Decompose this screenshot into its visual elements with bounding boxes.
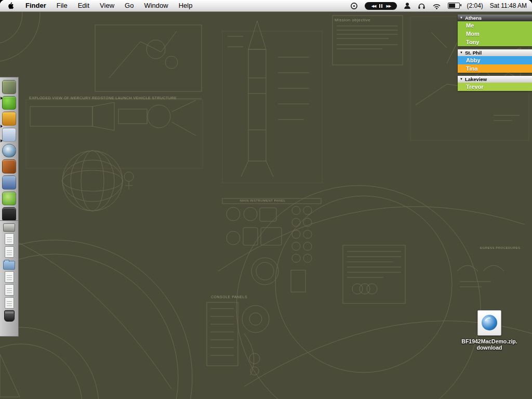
buddy-name: Tina [466,65,477,72]
menu-file[interactable]: File [51,0,73,11]
menu-window[interactable]: Window [139,0,173,11]
buddy-row-tony[interactable]: Tony [458,38,532,46]
dock-doc-icon[interactable] [5,284,14,296]
download-filename-line1: BF1942MacDemo.zip. [448,338,531,344]
wallpaper-label-exploded-view: EXPLODED VIEW OF MERCURY REDSTONE LAUNCH… [29,96,177,100]
pause-icon[interactable] [379,4,382,8]
buddy-row-tina[interactable]: Tina [458,64,532,73]
battery-time[interactable]: (2:04) [467,2,483,9]
wallpaper-label-egress: EGRESS PROCEDURES [480,246,521,249]
menu-help[interactable]: Help [174,0,198,11]
wallpaper-label-console-panels: CONSOLE PANELS [211,295,247,299]
menu-bar-status-items: ◀◀ ▶▶ (2:04) Sat 11:48 AM [350,0,532,11]
buddy-group-header-st-phil[interactable]: ▼ St. Phil [458,49,532,56]
download-badge-icon [482,315,497,330]
dock-app-icon-6[interactable] [2,159,16,174]
buddy-group-name: St. Phil [465,50,482,56]
screen-corner-right [527,0,532,5]
buddy-list-window: ▼ Athens Me Mom Tony ▼ St. Phil Abby Tin… [458,15,532,94]
dock-app-icon-3[interactable] [2,112,16,126]
buddy-row-trevor[interactable]: Trevor [458,83,532,91]
buddy-name: Me [466,22,474,29]
rewind-icon[interactable]: ◀◀ [371,2,376,10]
buddy-row-me[interactable]: Me [458,21,532,30]
buddy-name: Abby [466,57,481,63]
disclosure-triangle-icon: ▼ [460,49,463,56]
dock-documents-strip [0,220,19,337]
buddy-name: Tony [466,39,479,45]
desktop: { "menu_bar": { "menus": ["Finder", "Fil… [0,0,532,399]
download-file-icon[interactable] [477,310,501,336]
buddy-group-header-lakeview[interactable]: ▼ Lakeview [458,76,532,83]
buddy-row-abby[interactable]: Abby [458,56,532,64]
dock-applications-strip [0,77,19,224]
buddy-group-athens: ▼ Athens Me Mom Tony [458,15,532,46]
desktop-download-item[interactable]: BF1942MacDemo.zip. download [448,310,531,351]
dock-app-icon-2[interactable] [2,96,16,110]
menu-edit[interactable]: Edit [73,0,95,11]
screen-corner-left [0,0,5,5]
menu-bar-menus: Finder File Edit View Go Window Help [0,0,197,11]
dock-doc-icon[interactable] [5,233,14,245]
menu-go[interactable]: Go [119,0,139,11]
disclosure-arrow-icon[interactable] [1,139,3,142]
disclosure-arrow-icon[interactable] [1,125,3,128]
headphones-icon[interactable] [418,3,425,9]
dock-app-icon-4[interactable] [2,128,16,142]
dock-app-icon-8[interactable] [2,192,16,206]
buddy-name: Trevor [466,84,484,90]
dock-app-icon-7[interactable] [2,176,16,190]
menu-bar-clock[interactable]: Sat 11:48 AM [490,2,527,9]
dock-drive-icon[interactable] [3,223,15,232]
apple-logo-icon [7,2,14,10]
dock-doc-icon[interactable] [5,271,14,283]
buddy-group-name: Athens [465,15,482,21]
disclosure-triangle-icon: ▼ [460,76,463,83]
buddy-group-lakeview: ▼ Lakeview Trevor [458,76,532,91]
menu-finder[interactable]: Finder [20,0,51,11]
playback-controls[interactable]: ◀◀ ▶▶ [365,2,397,10]
dock-doc-icon[interactable] [5,297,14,309]
wallpaper-label-mission: Mission objective [335,18,370,22]
disclosure-arrow-icon[interactable] [1,97,3,100]
wallpaper-label-instrument-panel: MAIN INSTRUMENT PANEL [240,199,285,202]
dock-app-icon-5[interactable] [2,144,16,158]
dock-app-icon-1[interactable] [2,80,16,94]
fast-forward-icon[interactable]: ▶▶ [386,2,391,10]
battery-icon[interactable] [448,3,460,9]
user-status-icon[interactable] [404,2,411,9]
status-dial-icon[interactable] [350,2,358,10]
dock-jar-icon[interactable] [4,310,15,322]
buddy-name: Mom [466,31,480,37]
menu-view[interactable]: View [95,0,119,11]
disclosure-triangle-icon: ▼ [460,15,463,21]
dock-app-icon-9[interactable] [2,207,16,221]
wifi-icon[interactable] [432,3,441,9]
download-filename-line2: download [448,344,531,351]
dock-doc-icon[interactable] [5,246,14,258]
menu-bar: Finder File Edit View Go Window Help ◀◀ … [0,0,532,12]
dock-folder-icon[interactable] [3,261,15,270]
buddy-group-header-athens[interactable]: ▼ Athens [458,15,532,21]
buddy-row-mom[interactable]: Mom [458,30,532,38]
buddy-group-name: Lakeview [465,76,487,82]
buddy-group-st-phil: ▼ St. Phil Abby Tina [458,49,532,73]
